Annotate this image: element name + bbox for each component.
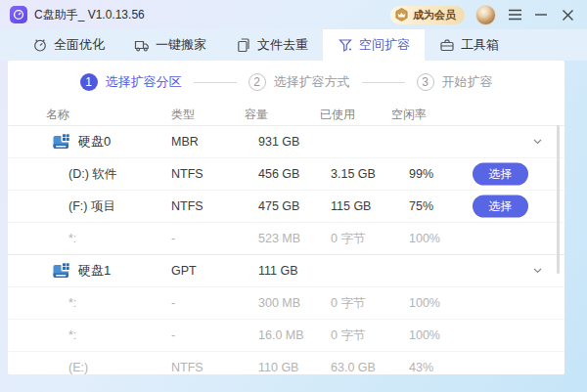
app-title: C盘助手_ V1.0.13.56 [34,7,145,23]
header-type: 类型 [171,107,195,123]
tab-optimize[interactable]: 全面优化 [18,29,119,61]
tab-label: 一键搬家 [156,36,206,54]
vertical-scrollbar[interactable] [557,125,560,274]
partition-row: (E:) NTFS 110 GB 63.0 GB 43% [8,352,564,374]
step-2-select-method: 2 选择扩容方式 [248,73,350,91]
disk-name: 硬盘0 [78,133,111,151]
app-window: C盘助手_ V1.0.13.56 成为会员 [0,0,587,392]
cell-free-rate: 100% [409,328,440,342]
nav-tabbar: 全面优化 一键搬家 文件去重 空间扩容 工具箱 [0,29,587,61]
cell-capacity: 300 MB [258,296,300,310]
truck-icon [134,37,150,53]
step-separator [194,82,237,83]
member-badge-label: 成为会员 [413,8,456,22]
select-button[interactable]: 选择 [473,163,528,186]
cell-type: NTFS [171,199,203,213]
tab-label: 工具箱 [461,36,499,54]
cell-used: 0 字节 [331,327,365,344]
partition-name: *: [68,328,76,342]
cell-used: 3.15 GB [331,167,376,181]
header-used: 已使用 [320,107,355,123]
cell-capacity: 931 GB [258,135,299,149]
cell-free-rate: 100% [409,296,440,310]
avatar[interactable] [475,5,496,25]
cell-free-rate: 99% [409,167,433,181]
cell-free-rate: 100% [409,232,440,245]
tab-label: 全面优化 [54,36,105,54]
chevron-down-icon[interactable] [532,266,543,277]
step-number: 3 [417,73,434,91]
cell-capacity: 456 GB [258,167,299,181]
wizard-stepper: 1 选择扩容分区 2 选择扩容方式 3 开始扩容 [8,61,564,104]
header-free-rate: 空闲率 [391,107,427,123]
cell-type: GPT [171,264,197,278]
cell-capacity: 523 MB [258,232,300,245]
partition-name: *: [68,296,76,310]
partition-row: *: - 16.0 MB 0 字节 100% [8,320,564,352]
tab-label: 文件去重 [257,36,308,54]
cell-type: - [171,232,175,245]
header-capacity: 容量 [245,107,268,123]
crown-icon [393,7,410,23]
partition-row: *: - 523 MB 0 字节 100% [8,223,564,255]
tab-move[interactable]: 一键搬家 [119,29,221,61]
step-label: 选择扩容方式 [274,73,350,91]
cell-used: 63.0 GB [331,361,376,374]
app-logo-icon [10,6,27,23]
cell-free-rate: 43% [409,361,433,374]
tab-expand[interactable]: 空间扩容 [323,29,425,61]
close-button[interactable] [560,7,575,22]
partition-name: (F:) 项目 [68,198,115,215]
partition-name: (E:) [68,361,88,374]
hard-disk-icon [52,132,71,152]
cell-capacity: 110 GB [258,361,298,374]
step-label: 开始扩容 [442,73,493,91]
partition-name: *: [68,232,76,245]
partition-row: (D:) 软件 NTFS 456 GB 3.15 GB 99% 选择 [8,158,564,191]
cell-capacity: 475 GB [258,199,299,213]
step-1-select-partition: 1 选择扩容分区 [80,73,182,91]
tab-dedupe[interactable]: 文件去重 [221,29,323,61]
disk-row: 硬盘1 GPT 111 GB [8,255,564,287]
gauge-icon [32,37,48,53]
table-header: 名称 类型 容量 已使用 空闲率 [8,104,564,126]
cell-type: - [171,328,175,342]
cell-used: 0 字节 [331,295,365,312]
copy-icon [236,37,251,53]
cell-used: 115 GB [331,199,371,213]
disk-name: 硬盘1 [78,262,111,280]
tab-label: 空间扩容 [359,36,410,54]
step-label: 选择扩容分区 [106,73,182,91]
toolbox-icon [439,37,455,53]
funnel-icon [338,37,353,53]
step-3-start-expand: 3 开始扩容 [417,73,493,91]
become-member-button[interactable]: 成为会员 [390,6,465,24]
step-number: 1 [80,73,98,91]
app-identity: C盘助手_ V1.0.13.56 [10,6,145,23]
minimize-button[interactable] [533,7,549,22]
partition-row: *: - 300 MB 0 字节 100% [8,287,564,320]
partition-row: (F:) 项目 NTFS 475 GB 115 GB 75% 选择 [8,191,564,223]
chevron-down-icon[interactable] [532,137,543,148]
cell-type: - [171,296,175,310]
expand-panel: 1 选择扩容分区 2 选择扩容方式 3 开始扩容 名称 类型 容量 已使用 空闲… [8,61,564,374]
cell-used: 0 字节 [331,231,365,247]
cell-type: NTFS [171,167,203,181]
menu-button[interactable] [507,7,522,22]
cell-type: NTFS [171,361,203,374]
hard-disk-icon [52,261,71,281]
cell-capacity: 16.0 MB [258,328,304,342]
titlebar-actions: 成为会员 [390,5,575,25]
partition-name: (D:) 软件 [68,166,116,183]
header-name: 名称 [46,107,69,123]
select-button[interactable]: 选择 [473,196,528,218]
cell-type: MBR [171,135,199,149]
cell-free-rate: 75% [409,199,433,213]
disk-row: 硬盘0 MBR 931 GB [8,126,564,158]
cell-capacity: 111 GB [258,264,298,278]
step-separator [362,82,405,83]
titlebar: C盘助手_ V1.0.13.56 成为会员 [0,0,587,29]
tab-toolbox[interactable]: 工具箱 [425,29,514,61]
step-number: 2 [248,73,266,91]
